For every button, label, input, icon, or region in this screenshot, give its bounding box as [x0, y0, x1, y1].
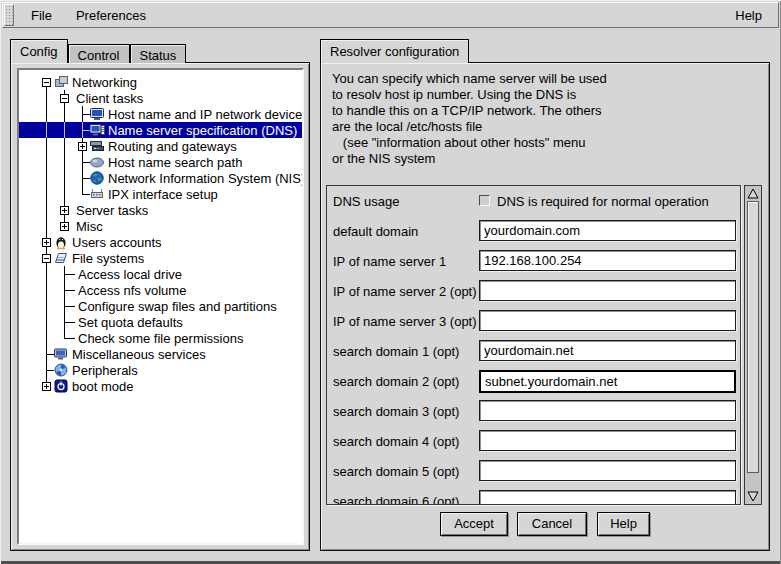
search-domain-3-opt-input[interactable] — [479, 400, 736, 421]
tree-item-miscellaneous-services[interactable]: Miscellaneous services — [19, 346, 302, 362]
form-row-search-domain-3-opt: search domain 3 (opt) — [327, 400, 740, 424]
menu-item-help[interactable]: Help — [729, 6, 768, 25]
ip-of-name-server-2-opt-input[interactable] — [479, 280, 736, 301]
tree-item-server-tasks[interactable]: Server tasks — [19, 202, 302, 218]
tree-item-access-nfs-volume[interactable]: Access nfs volume — [19, 282, 302, 298]
search-domain-6-opt-input[interactable] — [479, 490, 736, 505]
search-domain-5-opt-input[interactable] — [479, 460, 736, 481]
tree-item-label: Host name search path — [108, 155, 242, 170]
ip-of-name-server-3-opt-label: IP of name server 3 (opt) — [333, 314, 477, 329]
tree-item-boot-mode[interactable]: boot mode — [19, 378, 302, 394]
scrollbar-down-icon[interactable] — [746, 490, 760, 503]
boot-mode-icon — [53, 378, 69, 394]
expander-plus-icon[interactable] — [60, 222, 69, 231]
expander-minus-icon[interactable] — [60, 94, 69, 103]
left-tab-bar: ConfigControlStatus — [10, 40, 186, 63]
computer-icon — [89, 106, 105, 122]
search-domain-3-opt-label: search domain 3 (opt) — [333, 404, 459, 419]
default-domain-label: default domain — [333, 224, 418, 239]
tree-item-label: Misc — [76, 219, 103, 234]
tab-status[interactable]: Status — [130, 44, 187, 63]
tree-item-check-some-file-permissions[interactable]: Check some file permissions — [19, 330, 302, 346]
ipx-icon — [89, 186, 105, 202]
expander-minus-icon[interactable] — [42, 78, 51, 87]
resolver-description-line: You can specify which name server will b… — [332, 71, 607, 87]
tree-item-label: IPX interface setup — [108, 187, 218, 202]
tree-item-name-server-specification-dns[interactable]: Name server specification (DNS) — [19, 122, 302, 138]
expander-plus-icon[interactable] — [78, 142, 87, 151]
dns-usage-label: DNS usage — [333, 194, 399, 209]
help-button[interactable]: Help — [597, 512, 650, 536]
tree-item-label: Peripherals — [72, 363, 138, 378]
networking-icon — [53, 74, 69, 90]
penguin-icon — [53, 234, 69, 250]
tree-item-misc[interactable]: Misc — [19, 218, 302, 234]
form-row-search-domain-6-opt: search domain 6 (opt) — [327, 490, 740, 505]
resolver-description-line: to resolv host ip number. Using the DNS … — [332, 87, 607, 103]
search-domain-2-opt-label: search domain 2 (opt) — [333, 374, 459, 389]
search-domain-4-opt-input[interactable] — [479, 430, 736, 451]
tree-item-configure-swap-files-and-partitions[interactable]: Configure swap files and partitions — [19, 298, 302, 314]
tree-item-label: Users accounts — [72, 235, 162, 250]
dns-required-checkbox[interactable] — [479, 195, 490, 206]
tab-control[interactable]: Control — [68, 44, 130, 63]
menu-item-file[interactable]: File — [23, 5, 60, 26]
peripherals-icon — [53, 362, 69, 378]
ip-of-name-server-2-opt-label: IP of name server 2 (opt) — [333, 284, 477, 299]
ip-of-name-server-3-opt-input[interactable] — [479, 310, 736, 331]
tab-resolver-configuration[interactable]: Resolver configuration — [320, 39, 469, 63]
tab-config[interactable]: Config — [10, 39, 68, 63]
accept-button[interactable]: Accept — [440, 512, 508, 536]
scrollbar-thumb[interactable] — [747, 201, 759, 473]
tree-items: NetworkingClient tasksHost name and IP n… — [19, 70, 302, 394]
tree-item-label: Set quota defaults — [78, 315, 183, 330]
computer-dns-icon — [89, 122, 105, 138]
scrollbar-up-icon[interactable] — [746, 187, 760, 200]
search-domain-5-opt-label: search domain 5 (opt) — [333, 464, 459, 479]
routing-icon — [89, 138, 105, 154]
form-row-search-domain-4-opt: search domain 4 (opt) — [327, 430, 740, 454]
menu-item-preferences[interactable]: Preferences — [68, 5, 154, 26]
resolver-description-line: or the NIS system — [332, 151, 607, 167]
tree-item-access-local-drive[interactable]: Access local drive — [19, 266, 302, 282]
cancel-button[interactable]: Cancel — [517, 512, 587, 536]
expander-plus-icon[interactable] — [42, 382, 51, 391]
tree-item-file-systems[interactable]: File systems — [19, 250, 302, 266]
tree-item-ipx-interface-setup[interactable]: IPX interface setup — [19, 186, 302, 202]
ip-of-name-server-1-input[interactable] — [479, 250, 736, 271]
tree-item-label: Networking — [72, 75, 137, 90]
resolver-form: DNS usageDNS is required for normal oper… — [326, 185, 741, 505]
tree-view[interactable]: NetworkingClient tasksHost name and IP n… — [17, 68, 304, 545]
form-scrollbar[interactable] — [744, 185, 762, 505]
filesystems-icon — [53, 250, 69, 266]
expander-plus-icon[interactable] — [42, 238, 51, 247]
tree-item-networking[interactable]: Networking — [19, 74, 302, 90]
menu-grip-handle[interactable] — [4, 4, 14, 26]
menu-items: FilePreferences — [15, 5, 154, 26]
tree-item-host-name-and-ip-network-devices[interactable]: Host name and IP network devices — [19, 106, 302, 122]
expander-minus-icon[interactable] — [42, 254, 51, 263]
tree-item-label: boot mode — [72, 379, 133, 394]
tree-item-label: Check some file permissions — [78, 331, 243, 346]
right-tab-bar: Resolver configuration — [320, 40, 469, 63]
search-domain-6-opt-label: search domain 6 (opt) — [333, 494, 459, 505]
tree-item-network-information-system-nis[interactable]: Network Information System (NIS) — [19, 170, 302, 186]
tree-item-host-name-search-path[interactable]: Host name search path — [19, 154, 302, 170]
search-domain-2-opt-input[interactable] — [479, 370, 736, 393]
default-domain-input[interactable] — [479, 220, 736, 241]
form-row-search-domain-1-opt: search domain 1 (opt) — [327, 340, 740, 364]
tree-item-peripherals[interactable]: Peripherals — [19, 362, 302, 378]
tree-item-label: Access local drive — [78, 267, 182, 282]
search-domain-1-opt-input[interactable] — [479, 340, 736, 361]
search-path-icon — [89, 154, 105, 170]
tree-item-client-tasks[interactable]: Client tasks — [19, 90, 302, 106]
resolver-description-line: to handle this on a TCP/IP network. The … — [332, 103, 607, 119]
tree-item-label: Server tasks — [76, 203, 148, 218]
resolver-description: You can specify which name server will b… — [332, 71, 607, 167]
tree-item-routing-and-gateways[interactable]: Routing and gateways — [19, 138, 302, 154]
expander-plus-icon[interactable] — [60, 206, 69, 215]
tree-item-label: File systems — [72, 251, 144, 266]
tree-item-users-accounts[interactable]: Users accounts — [19, 234, 302, 250]
form-row-search-domain-2-opt: search domain 2 (opt) — [327, 370, 740, 394]
tree-item-set-quota-defaults[interactable]: Set quota defaults — [19, 314, 302, 330]
